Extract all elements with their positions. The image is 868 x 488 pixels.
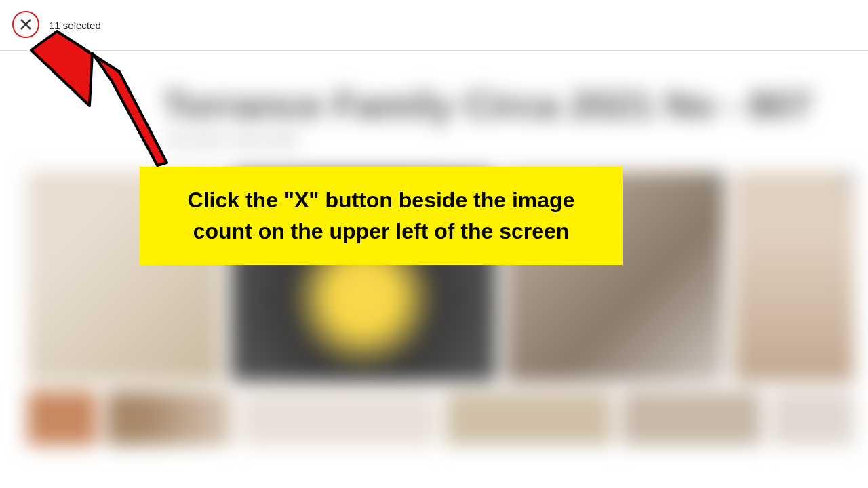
photo-tile [27,391,97,445]
album-title-blurred: Torrance Family Circa 2021 No - 807 [163,83,719,127]
instruction-text: Click the "X" button beside the image co… [170,184,593,247]
photo-tile [446,391,612,445]
photo-tile [734,171,854,382]
photo-grid-row2-blurred [27,391,854,445]
photo-tile [771,391,854,445]
photo-tile [241,391,437,445]
photo-tile [106,391,232,445]
album-date-blurred: Jan 25 2021 - May 19 2022 [165,135,719,147]
photo-tile [622,391,761,445]
instruction-callout: Click the "X" button beside the image co… [140,167,623,265]
instruction-arrow [24,20,174,172]
